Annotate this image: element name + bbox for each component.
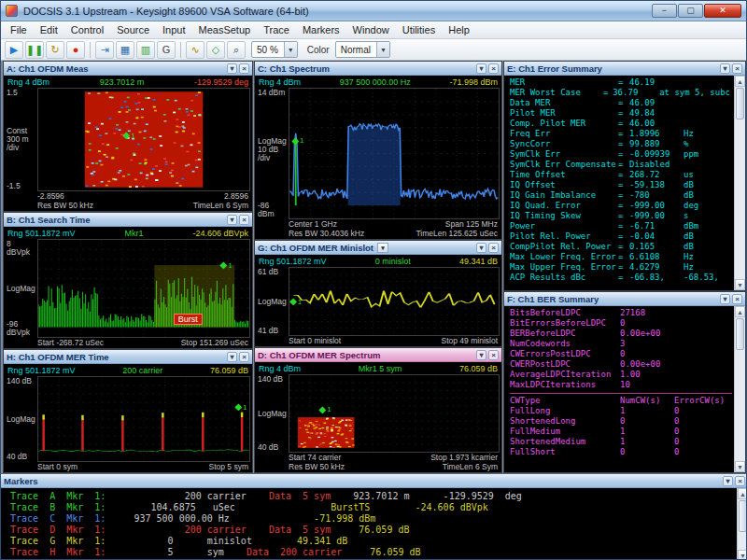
group-icon[interactable]: G (157, 41, 176, 59)
panel-close-icon[interactable]: × (239, 63, 249, 74)
mer-time-plot[interactable]: ◆ 1 (37, 376, 250, 462)
panel-menu-icon[interactable]: ▾ (476, 63, 486, 74)
restart-icon[interactable]: ↻ (46, 41, 64, 59)
scroll-up-icon[interactable]: ▲ (735, 306, 745, 317)
panel-close-icon[interactable]: × (488, 243, 499, 253)
panel-close-icon[interactable]: × (488, 63, 499, 74)
error-summary-row: ACP Results dBc=-66.83,-68.53, (510, 273, 732, 283)
maximize-button[interactable]: ▢ (678, 4, 703, 18)
range-readout: Rng 501.1872 mV (259, 257, 327, 266)
markers-header[interactable]: Markers ▾ × (1, 474, 747, 488)
trace-select-dropdown[interactable]: ▾ (377, 243, 388, 253)
error-summary-row: MER=46.19 (510, 77, 732, 88)
scroll-thumb[interactable] (736, 88, 744, 119)
marker-y-readout: 76.059 dB (210, 366, 248, 375)
menu-file[interactable]: File (4, 22, 34, 37)
ber-summary-row: BERBeforeLDPC0.00e+00 (510, 329, 732, 339)
layout-grid-icon[interactable]: ▦ (116, 41, 134, 59)
play-icon[interactable]: ▶ (5, 41, 23, 59)
y-axis: 14 dBm LogMag 10 dB /div -86 dBm (257, 88, 289, 219)
menu-meassetup[interactable]: MeasSetup (192, 22, 258, 37)
menu-input[interactable]: Input (156, 22, 191, 37)
panel-close-icon[interactable]: × (735, 476, 745, 486)
menu-edit[interactable]: Edit (34, 22, 64, 37)
menu-help[interactable]: Help (442, 22, 476, 37)
panel-menu-icon[interactable]: ▾ (720, 63, 730, 74)
marker-diamond[interactable]: ◆ 1 (234, 402, 247, 412)
x-axis-left-label: Start 0 minislot (289, 336, 341, 345)
error-summary-row: SyncCorr=99.889% (510, 139, 732, 149)
ber-summary-row: BitErrorsBeforeLDPC0 (510, 318, 732, 329)
panel-close-icon[interactable]: × (732, 294, 742, 304)
color-value: Normal (341, 45, 371, 55)
mer-spectrum-plot[interactable]: ◆ 1 (289, 374, 500, 453)
spectrum-trace-icon[interactable]: ∿ (186, 41, 204, 59)
marker-diamond[interactable]: ◆ 1 (123, 131, 135, 140)
menu-markers[interactable]: Markers (296, 22, 346, 37)
panel-close-icon[interactable]: × (732, 63, 742, 74)
scroll-down-icon[interactable]: ▼ (735, 279, 745, 290)
record-icon[interactable]: ● (66, 41, 85, 59)
marker-tool-icon[interactable]: ◇ (206, 41, 225, 59)
minimize-button[interactable]: − (652, 4, 677, 18)
panel-close-icon[interactable]: × (488, 350, 499, 360)
panel-title: D: Ch1 OFDM MER Spectrum (258, 350, 380, 360)
y-axis-div-label: 300 m /div (7, 135, 36, 152)
scroll-thumb[interactable] (736, 318, 744, 350)
x-axis-right-label: Stop 5 sym (208, 462, 248, 471)
panel-menu-icon[interactable]: ▾ (227, 352, 237, 362)
panel-header[interactable]: B: Ch1 Search Time ▾ × (4, 213, 252, 227)
scrollbar-vertical[interactable]: ▲ ▼ (734, 306, 745, 472)
panel-header[interactable]: A: Ch1 OFDM Meas ▾ × (4, 62, 252, 76)
close-button[interactable]: ✕ (704, 4, 741, 18)
marker-diamond[interactable]: ◆ 1 (289, 297, 302, 306)
trace-layout-icon[interactable]: ▥ (136, 41, 155, 59)
panel-close-icon[interactable]: × (239, 215, 249, 225)
panel-menu-icon[interactable]: ▾ (476, 243, 486, 253)
scroll-thumb[interactable] (739, 500, 747, 532)
menu-source[interactable]: Source (110, 22, 156, 37)
y-axis: 61 dB LogMag 41 dB (257, 267, 289, 336)
marker-x-readout: 0 minislot (375, 257, 411, 266)
marker-diamond[interactable]: ◆ 1 (319, 405, 331, 414)
panel-header[interactable]: H: Ch1 OFDM MER Time ▾ × (4, 350, 252, 364)
panel-menu-icon[interactable]: ▾ (227, 63, 237, 74)
menu-control[interactable]: Control (64, 22, 110, 37)
panel-c-spectrum: C: Ch1 Spectrum ▾ × Rng 4 dBm 937 500 00… (254, 61, 502, 240)
panel-header[interactable]: F: Ch1 BER Summary ▾ × (504, 292, 745, 306)
scroll-down-icon[interactable]: ▼ (738, 550, 747, 560)
panel-header[interactable]: C: Ch1 Spectrum ▾ × (255, 62, 501, 76)
color-dropdown[interactable]: Normal ▼ (335, 41, 390, 58)
scrollbar-vertical[interactable]: ▲ ▼ (734, 76, 745, 290)
y-axis: 8 dBVpk LogMag -96 dBVpk (6, 239, 37, 338)
panel-menu-icon[interactable]: ▾ (227, 215, 237, 225)
zoom-dropdown[interactable]: 50 % ▼ (251, 41, 298, 58)
panel-header[interactable]: D: Ch1 OFDM MER Spectrum ▾ × (255, 348, 501, 362)
marker-diamond[interactable]: ◆ 1 (291, 136, 303, 146)
scroll-up-icon[interactable]: ▲ (735, 76, 745, 87)
panel-title: A: Ch1 OFDM Meas (7, 63, 89, 74)
single-acquisition-icon[interactable]: ⇥ (95, 41, 114, 59)
cw-table-row: FullMedium10 (510, 427, 732, 437)
pause-icon[interactable]: ❚❚ (25, 41, 44, 59)
titlebar[interactable]: DOCSIS 3.1 Upstream - Keysight 89600 VSA… (1, 1, 746, 21)
constellation-plot[interactable]: ◆ 1 (37, 88, 250, 191)
panel-menu-icon[interactable]: ▾ (723, 476, 733, 486)
scroll-up-icon[interactable]: ▲ (738, 488, 747, 499)
panel-menu-icon[interactable]: ▾ (720, 294, 730, 304)
menu-trace[interactable]: Trace (257, 22, 296, 37)
search-time-plot[interactable]: Burst ◆ 1 (37, 239, 250, 338)
panel-menu-icon[interactable]: ▾ (476, 350, 486, 360)
scrollbar-vertical[interactable]: ▲ ▼ (737, 488, 747, 560)
panel-header[interactable]: G: Ch1 OFDM MER Minislot ▾ ▾ × (255, 241, 501, 255)
mer-minislot-plot[interactable]: ◆ 1 (289, 267, 500, 336)
spectrum-plot[interactable]: ◆ 1 (289, 88, 500, 219)
menu-window[interactable]: Window (346, 22, 396, 37)
marker-diamond[interactable]: ◆ 1 (220, 260, 233, 270)
menu-utilities[interactable]: Utilities (396, 22, 442, 37)
range-readout: Rng 501.1872 mV (7, 229, 76, 238)
panel-close-icon[interactable]: × (239, 352, 249, 362)
scroll-down-icon[interactable]: ▼ (735, 461, 745, 472)
panel-header[interactable]: E: Ch1 Error Summary ▾ × (504, 62, 745, 76)
zoom-tool-icon[interactable]: ⌕ (227, 41, 246, 59)
